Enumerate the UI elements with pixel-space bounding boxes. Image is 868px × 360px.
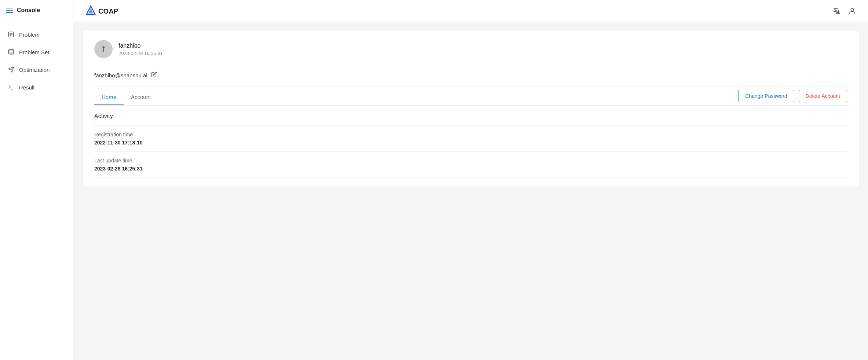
sidebar-item-problem-set-label: Problem Set <box>19 49 50 55</box>
avatar: f <box>94 40 113 58</box>
tab-account[interactable]: Account <box>124 89 158 105</box>
sidebar-item-problem-label: Problem <box>19 32 40 38</box>
top-header: COAP <box>73 0 868 22</box>
sidebar: Console Problem <box>0 0 73 360</box>
registration-value: 2022-11-30 17:18:10 <box>94 140 847 146</box>
last-update-value: 2023-02-28 16:25:31 <box>94 166 847 172</box>
tabs-row: Home Account Change Password Delete Acco… <box>94 87 847 106</box>
profile-card: f fanzhibo 2023-02-28 16:25:31 fanzhibo@… <box>82 31 859 187</box>
registration-label: Registration time <box>94 132 847 137</box>
activity-last-update: Last update time 2023-02-28 16:25:31 <box>94 152 847 178</box>
user-icon[interactable] <box>848 7 856 15</box>
sidebar-header: Console <box>0 0 73 21</box>
file-icon <box>7 31 15 38</box>
activity-title: Activity <box>94 106 847 126</box>
tabs: Home Account <box>94 89 158 105</box>
tab-actions: Change Password Delete Account <box>738 90 847 105</box>
terminal-icon <box>7 84 15 91</box>
user-details: fanzhibo 2023-02-28 16:25:31 <box>118 43 163 56</box>
username: fanzhibo <box>118 43 163 49</box>
sidebar-item-result[interactable]: Result <box>0 79 73 95</box>
top-header-icons <box>833 7 856 15</box>
menu-icon[interactable] <box>6 7 13 14</box>
svg-point-14 <box>851 8 853 11</box>
svg-rect-2 <box>6 12 13 13</box>
sidebar-item-optimization-label: Optimization <box>19 67 50 73</box>
email-text: fanzhibo@shanshu.ai <box>94 72 147 78</box>
activity-registration: Registration time 2022-11-30 17:18:10 <box>94 126 847 152</box>
translate-icon[interactable] <box>833 7 841 15</box>
sidebar-item-result-label: Result <box>19 84 35 91</box>
change-password-button[interactable]: Change Password <box>738 90 794 102</box>
coap-logo: COAP <box>85 4 129 18</box>
svg-rect-0 <box>6 8 13 8</box>
email-row: fanzhibo@shanshu.ai <box>94 67 847 87</box>
edit-email-icon[interactable] <box>151 71 157 79</box>
svg-point-7 <box>8 49 14 51</box>
last-update-label: Last update time <box>94 158 847 164</box>
send-icon <box>7 66 15 73</box>
sidebar-item-problem[interactable]: Problem <box>0 26 73 43</box>
svg-rect-1 <box>6 10 13 11</box>
database-icon <box>7 48 15 56</box>
tab-home[interactable]: Home <box>94 89 124 105</box>
user-created-date: 2023-02-28 16:25:31 <box>118 51 163 56</box>
sidebar-item-problem-set[interactable]: Problem Set <box>0 44 73 60</box>
console-title: Console <box>17 7 40 14</box>
sidebar-nav: Problem Problem Set Optimization <box>0 21 73 101</box>
sidebar-item-optimization[interactable]: Optimization <box>0 62 73 78</box>
activity-section: Activity Registration time 2022-11-30 17… <box>94 106 847 178</box>
user-info-row: f fanzhibo 2023-02-28 16:25:31 <box>94 40 847 58</box>
content-area: f fanzhibo 2023-02-28 16:25:31 fanzhibo@… <box>73 22 868 360</box>
main-area: COAP f fanzhi <box>73 0 868 360</box>
svg-text:COAP: COAP <box>98 7 118 15</box>
delete-account-button[interactable]: Delete Account <box>799 90 847 102</box>
logo-area: COAP <box>85 4 129 18</box>
